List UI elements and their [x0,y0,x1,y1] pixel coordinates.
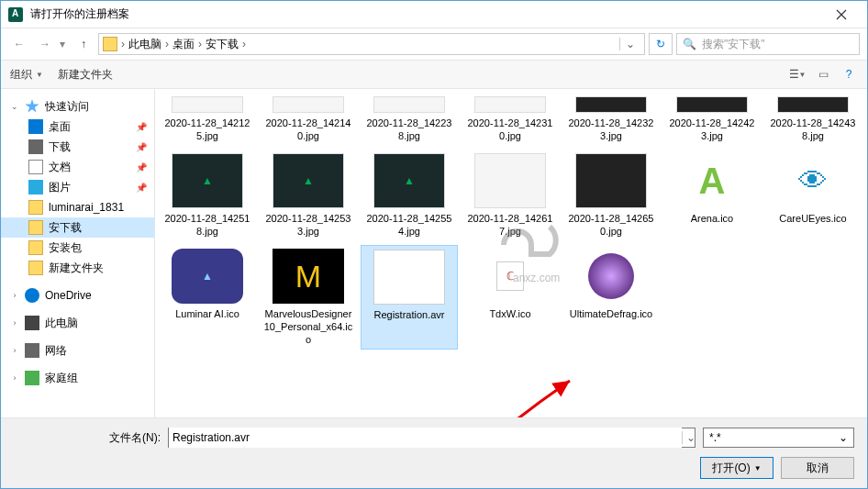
file-item[interactable]: MMarvelousDesigner10_Personal_x64.ico [260,245,357,350]
file-item[interactable]: AArena.ico [663,150,761,241]
forward-button[interactable]: → [34,33,56,55]
back-button[interactable]: ← [8,33,30,55]
sidebar-homegroup[interactable]: › 家庭组 [1,368,154,388]
pc-icon [25,316,39,330]
preview-pane-button[interactable]: ▭ [814,65,832,83]
file-item[interactable]: 2020-11-28_142140.jpg [260,93,357,146]
sidebar-quick-access[interactable]: ⌄ 快速访问 [1,96,154,117]
main-area: ⌄ 快速访问 桌面 📌 下载 📌 文档 📌 图片 📌 luminarai_183… [1,89,867,417]
file-item[interactable]: ℂTdxW.ico [462,245,559,350]
filename-input[interactable] [169,428,682,448]
pin-icon: 📌 [136,162,147,172]
network-icon [25,343,39,358]
chevron-down-icon: ▼ [754,464,762,472]
file-item[interactable]: 2020-11-28_142650.jpg [562,150,660,241]
folder-icon [28,200,43,215]
filename-label: 文件名(N): [14,430,161,446]
expand-icon[interactable]: › [10,346,19,355]
chevron-right-icon: › [242,38,246,50]
search-icon: 🔍 [683,38,696,50]
toolbar: 组织▼ 新建文件夹 ☰▼ ▭ ? [1,60,867,89]
expand-icon[interactable]: › [10,291,19,300]
sidebar-documents[interactable]: 文档 📌 [1,157,154,177]
file-type-filter[interactable]: *.* ⌄ [703,428,854,448]
sidebar-new-folder[interactable]: 新建文件夹 [1,258,154,278]
file-item[interactable]: ▲Luminar AI.ico [159,245,256,350]
icon-thumbnail: ℂ [474,249,546,304]
file-item[interactable]: 2020-11-28_142238.jpg [361,93,458,146]
breadcrumb-this-pc[interactable]: 此电脑 [128,37,161,52]
chevron-down-icon: ▼ [36,71,43,79]
search-input[interactable]: 🔍 搜索"安下载" [676,33,860,55]
folder-icon [28,261,43,275]
chevron-right-icon: › [121,38,125,50]
icon-thumbnail: M [273,249,344,304]
address-dropdown[interactable]: ⌄ [619,38,640,50]
thumbnail [575,153,647,208]
filename-dropdown[interactable]: ⌄ [682,431,695,444]
desktop-icon [28,119,43,134]
open-button[interactable]: 打开(O)▼ [700,457,773,479]
folder-icon [103,37,117,51]
sidebar-luminar[interactable]: luminarai_1831 [1,197,154,217]
sidebar-desktop[interactable]: 桌面 📌 [1,117,154,137]
file-content-area[interactable]: 2020-11-28_142125.jpg 2020-11-28_142140.… [155,89,867,417]
recent-dropdown[interactable]: ▾ [60,38,69,50]
up-button[interactable]: ↑ [72,33,95,55]
help-button[interactable]: ? [840,65,858,83]
thumbnail [676,96,748,113]
file-item[interactable]: 2020-11-28_142310.jpg [462,93,559,146]
file-item[interactable]: ▲2020-11-28_142533.jpg [260,150,357,241]
breadcrumb-desktop[interactable]: 桌面 [172,37,195,52]
title-bar: 请打开你的注册档案 [1,1,867,28]
expand-icon[interactable]: › [10,373,19,383]
chevron-down-icon: ⌄ [839,431,848,444]
window-title: 请打开你的注册档案 [30,6,823,22]
breadcrumb-current[interactable]: 安下载 [206,37,239,52]
thumbnail: ▲ [273,153,344,208]
nav-bar: ← → ▾ ↑ › 此电脑 › 桌面 › 安下载 › ⌄ ↻ 🔍 搜索"安下载" [1,28,867,60]
search-placeholder: 搜索"安下载" [702,37,765,52]
organize-button[interactable]: 组织▼ [10,67,43,83]
icon-thumbnail: A [676,153,748,208]
file-icon [373,250,445,305]
file-item[interactable]: 👁CareUEyes.ico [764,150,862,241]
cloud-icon [25,288,39,303]
folder-icon [28,220,43,235]
cancel-button[interactable]: 取消 [781,457,854,479]
refresh-button[interactable]: ↻ [649,33,673,55]
sidebar-network[interactable]: › 网络 [1,340,154,361]
sidebar-install-pkg[interactable]: 安装包 [1,238,154,258]
sidebar-pictures[interactable]: 图片 📌 [1,177,154,197]
sidebar-this-pc[interactable]: › 此电脑 [1,313,154,333]
file-item[interactable]: 2020-11-28_142423.jpg [663,93,761,146]
icon-thumbnail: ▲ [172,249,243,304]
sidebar-onedrive[interactable]: › OneDrive [1,285,154,306]
file-item[interactable]: ▲2020-11-28_142518.jpg [159,150,256,241]
thumbnail [172,96,243,113]
expand-icon[interactable]: › [10,318,19,328]
collapse-icon[interactable]: ⌄ [10,102,19,111]
file-item[interactable]: UltimateDefrag.ico [562,245,660,350]
thumbnail [273,96,344,113]
address-bar[interactable]: › 此电脑 › 桌面 › 安下载 › ⌄ [98,33,645,55]
file-item-selected[interactable]: Registration.avr [361,245,458,350]
pin-icon: 📌 [136,142,147,152]
close-button[interactable] [823,2,860,28]
file-grid: 2020-11-28_142125.jpg 2020-11-28_142140.… [159,93,863,350]
file-item[interactable]: 2020-11-28_142438.jpg [764,93,862,146]
chevron-right-icon: › [198,38,202,50]
sidebar-downloads[interactable]: 下载 📌 [1,137,154,157]
view-options-button[interactable]: ☰▼ [788,65,807,83]
thumbnail [474,153,546,208]
new-folder-button[interactable]: 新建文件夹 [58,67,113,83]
thumbnail [777,96,849,113]
star-icon [25,99,39,114]
file-item[interactable]: ▲2020-11-28_142554.jpg [361,150,458,241]
file-item[interactable]: 2020-11-28_142323.jpg [562,93,660,146]
thumbnail: ▲ [373,153,445,208]
sidebar-anxiazai[interactable]: 安下载 [1,217,154,238]
icon-thumbnail [575,249,647,304]
file-item[interactable]: 2020-11-28_142617.jpg [462,150,559,241]
file-item[interactable]: 2020-11-28_142125.jpg [159,93,256,146]
